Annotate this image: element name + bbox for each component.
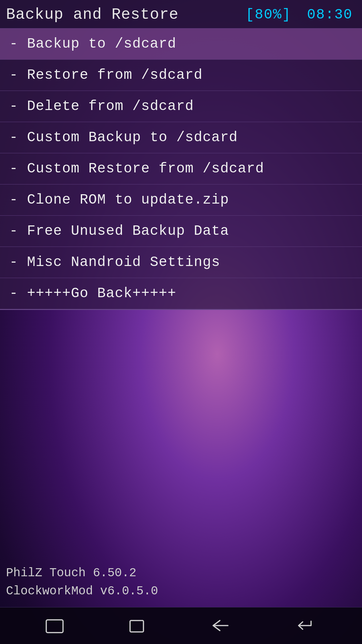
menu-item-go-back[interactable]: - +++++Go Back+++++ bbox=[0, 278, 362, 309]
menu-item-label: - Misc Nandroid Settings bbox=[9, 254, 220, 270]
empty-area bbox=[0, 310, 362, 557]
menu-item-label: - Free Unused Backup Data bbox=[9, 223, 229, 239]
menu-item-restore-sdcard[interactable]: - Restore from /sdcard bbox=[0, 60, 362, 91]
menu-list: - Backup to /sdcard - Restore from /sdca… bbox=[0, 29, 362, 310]
home-button[interactable] bbox=[43, 616, 66, 635]
footer-line1: PhilZ Touch 6.50.2 bbox=[6, 564, 356, 582]
back-button[interactable] bbox=[207, 616, 234, 635]
menu-item-label: - Custom Restore from /sdcard bbox=[9, 161, 264, 177]
menu-item-label: - Restore from /sdcard bbox=[9, 67, 203, 83]
main-content: Backup and Restore [80%] 08:30 - Backup … bbox=[0, 0, 362, 644]
menu-item-label: - Backup to /sdcard bbox=[9, 36, 176, 52]
menu-item-label: - Clone ROM to update.zip bbox=[9, 192, 229, 208]
header-status: [80%] 08:30 bbox=[246, 7, 353, 23]
menu-item-label: - Delete from /sdcard bbox=[9, 98, 194, 114]
svg-rect-1 bbox=[130, 621, 143, 632]
menu-item-label: - +++++Go Back+++++ bbox=[9, 285, 176, 302]
header: Backup and Restore [80%] 08:30 bbox=[0, 0, 362, 29]
menu-item-misc-settings[interactable]: - Misc Nandroid Settings bbox=[0, 247, 362, 278]
menu-item-delete-sdcard[interactable]: - Delete from /sdcard bbox=[0, 91, 362, 122]
header-time: 08:30 bbox=[307, 7, 353, 23]
nav-bar bbox=[0, 607, 362, 644]
footer-line2: ClockworkMod v6.0.5.0 bbox=[6, 582, 356, 600]
footer: PhilZ Touch 6.50.2 ClockworkMod v6.0.5.0 bbox=[0, 557, 362, 607]
menu-item-label: - Custom Backup to /sdcard bbox=[9, 129, 238, 146]
battery-percent: [80%] bbox=[246, 7, 291, 23]
enter-button[interactable] bbox=[293, 616, 319, 635]
svg-rect-0 bbox=[46, 620, 63, 633]
menu-item-custom-backup[interactable]: - Custom Backup to /sdcard bbox=[0, 122, 362, 153]
page-title: Backup and Restore bbox=[6, 6, 179, 23]
recents-button[interactable] bbox=[125, 616, 148, 635]
menu-item-backup-sdcard[interactable]: - Backup to /sdcard bbox=[0, 29, 362, 60]
menu-item-custom-restore[interactable]: - Custom Restore from /sdcard bbox=[0, 153, 362, 184]
menu-item-free-unused[interactable]: - Free Unused Backup Data bbox=[0, 216, 362, 247]
menu-item-clone-rom[interactable]: - Clone ROM to update.zip bbox=[0, 184, 362, 216]
